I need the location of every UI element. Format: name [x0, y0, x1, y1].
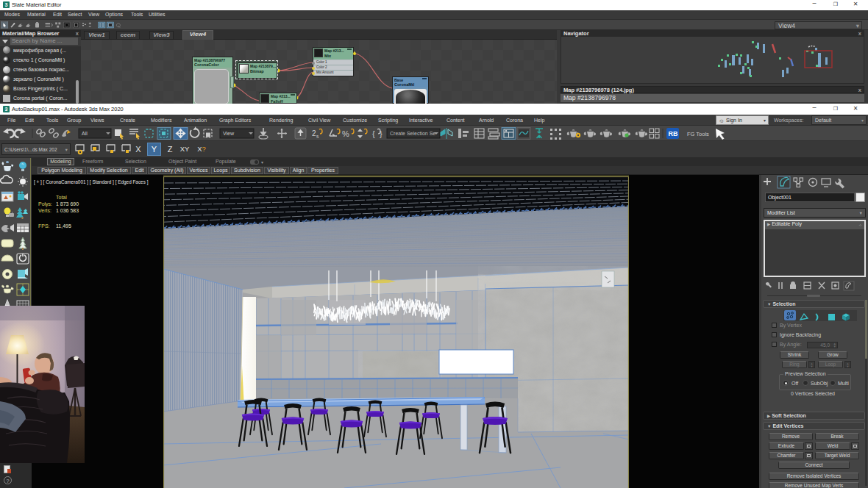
- svg-text:5: 5: [316, 134, 319, 139]
- svg-text:RB: RB: [669, 130, 678, 137]
- svg-text:FG Tools: FG Tools: [687, 131, 709, 137]
- svg-text:}: }: [380, 129, 383, 138]
- svg-text:View: View: [223, 131, 235, 136]
- svg-text:Create Selection Se: Create Selection Se: [390, 131, 435, 136]
- svg-text:All: All: [82, 131, 88, 136]
- svg-text:%: %: [342, 129, 349, 138]
- svg-text:{: {: [372, 129, 375, 138]
